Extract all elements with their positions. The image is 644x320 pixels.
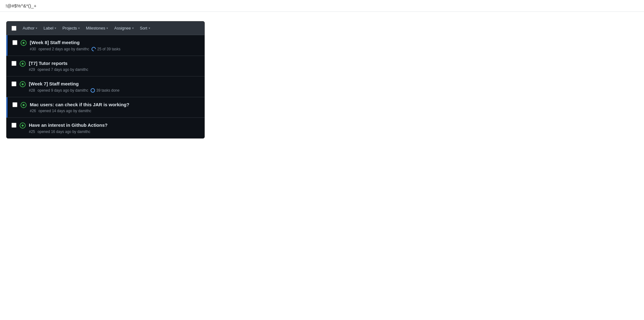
issue-checkbox[interactable] [11, 81, 16, 86]
issue-content: [T7] Tutor reports #29 opened 7 days ago… [29, 60, 199, 72]
open-issue-icon [20, 102, 27, 108]
author-filter-button[interactable]: Author ▾ [20, 25, 40, 32]
main-content: Author ▾ Label ▾ Projects ▾ Milestones ▾… [0, 12, 644, 148]
assignee-filter-button[interactable]: Assignee ▾ [112, 25, 136, 32]
issue-meta: #29 opened 7 days ago by damithc [29, 67, 199, 72]
issues-container: Author ▾ Label ▾ Projects ▾ Milestones ▾… [6, 21, 205, 139]
milestones-filter-button[interactable]: Milestones ▾ [83, 25, 110, 32]
issue-content: Mac users: can check if this JAR is work… [30, 102, 199, 113]
issue-checkbox[interactable] [12, 102, 17, 107]
open-issue-icon [20, 40, 27, 46]
issue-title: [Week 8] Staff meeting [30, 39, 199, 46]
issue-meta: #26 opened 14 days ago by damithc [30, 109, 199, 113]
task-badge: 25 of 39 tasks [92, 47, 120, 51]
issue-content: [Week 7] Staff meeting #28 opened 9 days… [29, 81, 199, 93]
task-badge-text: 25 of 39 tasks [97, 47, 120, 51]
issue-row[interactable]: Mac users: can check if this JAR is work… [7, 97, 204, 118]
svg-point-1 [23, 42, 25, 44]
issue-content: Have an interest in Github Actions? #25 … [29, 122, 199, 134]
label-filter-button[interactable]: Label ▾ [41, 25, 59, 32]
open-issue-icon [20, 81, 26, 87]
issue-meta-text: opened 9 days ago by damithc [38, 88, 88, 93]
author-chevron-icon: ▾ [36, 26, 37, 30]
issue-checkbox[interactable] [11, 123, 16, 128]
svg-point-9 [22, 125, 24, 126]
issue-row[interactable]: [Week 8] Staff meeting #30 opened 2 days… [7, 35, 204, 56]
svg-point-7 [23, 104, 25, 106]
milestones-filter-label: Milestones [86, 26, 105, 30]
task-badge: 39 tasks done [91, 88, 119, 93]
filter-bar: Author ▾ Label ▾ Projects ▾ Milestones ▾… [7, 21, 204, 35]
task-circle-icon [91, 46, 97, 52]
issue-title: Mac users: can check if this JAR is work… [30, 102, 199, 108]
milestones-chevron-icon: ▾ [106, 26, 108, 30]
issue-row[interactable]: Have an interest in Github Actions? #25 … [7, 118, 204, 138]
issue-number: #26 [30, 109, 36, 113]
top-bar-text: !@#$%^&*()_+ [6, 3, 36, 8]
author-filter-label: Author [23, 26, 34, 30]
svg-point-5 [22, 83, 24, 85]
issue-title: [T7] Tutor reports [29, 60, 199, 66]
issue-meta: #25 opened 16 days ago by damithc [29, 130, 199, 134]
issue-content: [Week 8] Staff meeting #30 opened 2 days… [30, 39, 199, 51]
label-chevron-icon: ▾ [55, 26, 56, 30]
issue-title: [Week 7] Staff meeting [29, 81, 199, 87]
issue-number: #28 [29, 88, 35, 93]
open-issue-icon [20, 122, 26, 129]
issue-meta: #28 opened 9 days ago by damithc 39 task… [29, 88, 199, 93]
sort-chevron-icon: ▾ [149, 26, 150, 30]
issue-row[interactable]: [T7] Tutor reports #29 opened 7 days ago… [7, 56, 204, 77]
issue-meta: #30 opened 2 days ago by damithc 25 of 3… [30, 47, 199, 51]
issue-row[interactable]: [Week 7] Staff meeting #28 opened 9 days… [7, 76, 204, 97]
issue-meta-text: opened 16 days ago by damithc [38, 130, 90, 134]
task-badge-text: 39 tasks done [96, 88, 119, 93]
task-circle-icon [91, 88, 95, 93]
issue-meta-text: opened 7 days ago by damithc [38, 67, 88, 72]
issue-title: Have an interest in Github Actions? [29, 122, 199, 128]
svg-point-3 [22, 62, 24, 64]
issue-checkbox[interactable] [11, 61, 16, 66]
issue-number: #25 [29, 130, 35, 134]
assignee-chevron-icon: ▾ [132, 26, 134, 30]
projects-chevron-icon: ▾ [78, 26, 80, 30]
assignee-filter-label: Assignee [114, 26, 131, 30]
projects-filter-button[interactable]: Projects ▾ [60, 25, 82, 32]
open-issue-icon [20, 61, 26, 67]
sort-filter-button[interactable]: Sort ▾ [137, 25, 153, 32]
sort-filter-label: Sort [140, 26, 147, 30]
top-bar: !@#$%^&*()_+ [0, 0, 644, 12]
issue-number: #30 [30, 47, 36, 51]
issues-list: [Week 8] Staff meeting #30 opened 2 days… [7, 35, 204, 138]
issue-meta-text: opened 2 days ago by damithc [38, 47, 89, 51]
issue-meta-text: opened 14 days ago by damithc [38, 109, 91, 113]
label-filter-label: Label [43, 26, 53, 30]
projects-filter-label: Projects [62, 26, 77, 30]
select-all-checkbox[interactable] [11, 26, 16, 31]
issue-checkbox[interactable] [12, 40, 17, 45]
issue-number: #29 [29, 67, 35, 72]
